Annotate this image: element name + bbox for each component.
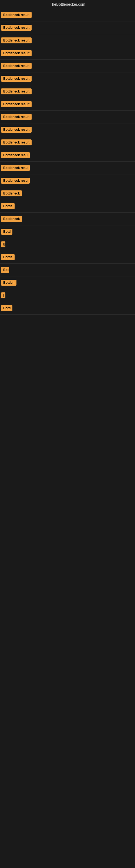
result-row: | (0, 289, 135, 302)
result-row: Bottleneck resu (0, 149, 135, 162)
bottleneck-badge[interactable]: Bottleneck result (1, 114, 32, 120)
bottleneck-badge[interactable]: Bottle (1, 203, 14, 209)
bottleneck-badge[interactable]: Bottleneck result (1, 37, 32, 43)
bottleneck-badge[interactable]: Bottleneck result (1, 63, 32, 69)
result-row: Bottleneck result (0, 60, 135, 72)
bottleneck-badge[interactable]: Bottleneck result (1, 127, 32, 133)
bottleneck-badge[interactable]: Bot (1, 267, 9, 273)
bottleneck-badge[interactable]: Bottl (1, 229, 12, 235)
bottleneck-badge[interactable]: | (1, 292, 5, 299)
result-row: Bot (0, 264, 135, 276)
bottleneck-badge[interactable]: Bottleneck result (1, 140, 32, 145)
bottleneck-badge[interactable]: Bottleneck result (1, 76, 32, 82)
result-row: Bottl (0, 225, 135, 238)
bottleneck-badge[interactable]: Bottleneck resu (1, 165, 30, 171)
bottleneck-badge[interactable]: Bottle (1, 254, 14, 260)
result-row: Bottle (0, 251, 135, 264)
results-list: Bottleneck resultBottleneck resultBottle… (0, 9, 135, 315)
result-row: Bottleneck resu (0, 175, 135, 187)
result-row: Bottlen (0, 276, 135, 289)
result-row: Bottleneck result (0, 34, 135, 47)
bottleneck-badge[interactable]: B (1, 241, 5, 247)
bottleneck-badge[interactable]: Bottleneck (1, 190, 22, 196)
bottleneck-badge[interactable]: Bottlen (1, 280, 16, 286)
site-title: TheBottlenecker.com (0, 0, 135, 9)
bottleneck-badge[interactable]: Bottleneck resu (1, 178, 30, 184)
result-row: Bottle (0, 200, 135, 213)
result-row: Bottleneck resu (0, 162, 135, 175)
result-row: Bottleneck result (0, 123, 135, 136)
bottleneck-badge[interactable]: Bottleneck (1, 216, 22, 222)
bottleneck-badge[interactable]: Bottleneck result (1, 12, 32, 18)
bottleneck-badge[interactable]: Bottleneck result (1, 50, 32, 56)
bottleneck-badge[interactable]: Bottleneck result (1, 25, 32, 31)
result-row: Bottleneck result (0, 22, 135, 34)
result-row: Bottleneck (0, 213, 135, 225)
result-row: Bottleneck result (0, 72, 135, 85)
result-row: Bottleneck result (0, 98, 135, 111)
bottleneck-badge[interactable]: Bottl (1, 305, 12, 311)
result-row: Bottleneck result (0, 47, 135, 60)
result-row: Bottleneck result (0, 85, 135, 98)
result-row: Bottl (0, 302, 135, 315)
result-row: Bottleneck result (0, 111, 135, 123)
bottleneck-badge[interactable]: Bottleneck resu (1, 152, 30, 158)
bottleneck-badge[interactable]: Bottleneck result (1, 88, 32, 94)
result-row: B (0, 238, 135, 251)
result-row: Bottleneck result (0, 9, 135, 22)
result-row: Bottleneck (0, 187, 135, 200)
result-row: Bottleneck result (0, 136, 135, 149)
bottleneck-badge[interactable]: Bottleneck result (1, 101, 32, 107)
